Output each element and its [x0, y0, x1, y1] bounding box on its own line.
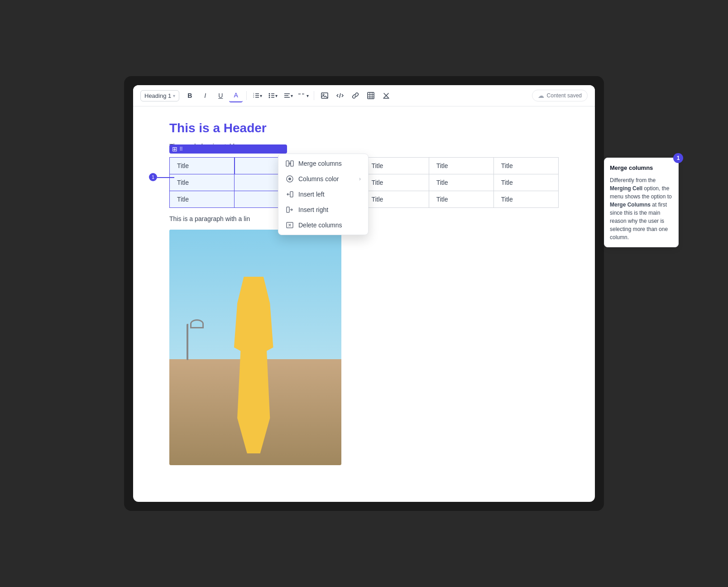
menu-item-columns-color-label: Columns color — [298, 175, 339, 183]
table-button[interactable] — [364, 89, 378, 102]
columns-color-icon — [286, 175, 294, 183]
svg-point-7 — [268, 95, 270, 96]
annotation-badge: 1 — [673, 153, 683, 163]
table-cell[interactable]: Title — [170, 191, 235, 208]
menu-item-insert-right-label: Insert right — [298, 206, 328, 213]
svg-point-28 — [288, 178, 291, 180]
svg-rect-26 — [291, 161, 293, 166]
list-ordered-button[interactable]: 1. 2. 3. ▾ — [250, 89, 264, 102]
menu-item-delete-columns-label: Delete columns — [298, 221, 342, 229]
annotation-text: Differently from the Merging Cell option… — [610, 176, 673, 241]
divider-2 — [314, 91, 314, 100]
divider-1 — [246, 91, 247, 100]
content-saved-indicator: ☁ Content saved — [532, 90, 588, 101]
editor-window: Heading 1 ▾ B I U A 1. 2. 3. ▾ — [133, 85, 595, 502]
image-button[interactable] — [318, 89, 331, 102]
underline-button[interactable]: U — [214, 89, 227, 102]
menu-item-insert-left[interactable]: Insert left — [280, 187, 366, 202]
menu-item-columns-color[interactable]: Columns color › — [280, 171, 366, 187]
merge-columns-icon — [286, 159, 294, 168]
table-container: ⊞ ⠿ ↗ 1 Title Title Title — [169, 157, 559, 208]
insert-right-icon — [286, 206, 294, 214]
list-chevron-icon: ▾ — [275, 93, 278, 98]
table-cell[interactable]: Title — [493, 174, 558, 191]
submenu-arrow-icon: › — [359, 176, 361, 182]
editor-image — [169, 230, 341, 465]
svg-rect-25 — [286, 161, 289, 166]
clear-button[interactable] — [379, 89, 393, 102]
svg-point-18 — [323, 94, 324, 96]
code-button[interactable] — [333, 89, 347, 102]
svg-rect-20 — [368, 92, 374, 99]
editor-header: This is a Header — [169, 121, 559, 135]
menu-item-insert-right[interactable]: Insert right — [280, 202, 366, 217]
menu-item-merge-columns[interactable]: Merge columns — [280, 156, 366, 171]
svg-text:3.: 3. — [253, 96, 254, 98]
heading-select[interactable]: Heading 1 ▾ — [140, 90, 179, 101]
svg-rect-30 — [287, 207, 289, 212]
table-cell[interactable]: Title — [429, 174, 493, 191]
link-button[interactable] — [349, 89, 362, 102]
column-indicator-badge: 1 — [149, 173, 157, 181]
menu-item-merge-columns-label: Merge columns — [298, 160, 342, 167]
cloud-icon: ☁ — [538, 92, 544, 99]
table-cell[interactable]: Title — [493, 158, 558, 174]
annotation-title: Merge columns — [610, 164, 673, 173]
toolbar: Heading 1 ▾ B I U A 1. 2. 3. ▾ — [133, 85, 595, 106]
table-cell[interactable]: Title — [364, 158, 429, 174]
column-indicator-line — [157, 177, 174, 178]
svg-line-19 — [340, 93, 340, 98]
italic-button[interactable]: I — [198, 89, 212, 102]
align-button[interactable]: ▾ — [281, 89, 295, 102]
outer-container: Heading 1 ▾ B I U A 1. 2. 3. ▾ — [124, 76, 604, 511]
color-button[interactable]: A — [229, 89, 243, 102]
delete-columns-icon — [286, 221, 294, 229]
insert-left-icon — [286, 190, 294, 198]
col-handle-label: ⠿ — [179, 146, 183, 152]
chevron-down-icon: ▾ — [173, 93, 175, 98]
list-unordered-button[interactable]: ▾ — [266, 89, 279, 102]
table-cell[interactable]: Title — [493, 191, 558, 208]
bold-button[interactable]: B — [183, 89, 196, 102]
editor-content: This is a Header The one below is a tabl… — [133, 106, 595, 480]
table-cell[interactable]: Title — [429, 191, 493, 208]
menu-item-insert-left-label: Insert left — [298, 191, 325, 198]
quote-button[interactable]: " " ▾ — [297, 89, 310, 102]
column-handle[interactable]: ⊞ ⠿ — [169, 144, 287, 154]
column-handle-icon: ⊞ — [172, 145, 177, 153]
svg-point-6 — [268, 93, 270, 95]
table-cell[interactable]: Title — [429, 158, 493, 174]
svg-text:": " — [298, 92, 301, 99]
context-menu: Merge columns Columns color › — [278, 154, 369, 235]
svg-point-8 — [268, 97, 270, 98]
table-cell[interactable]: Title — [364, 191, 429, 208]
sidebar-annotation: 1 Merge columns Differently from the Mer… — [604, 158, 679, 247]
table-cell[interactable]: Title — [364, 174, 429, 191]
menu-item-delete-columns[interactable]: Delete columns — [280, 217, 366, 233]
content-saved-label: Content saved — [547, 92, 582, 99]
annotation-card: Merge columns Differently from the Mergi… — [604, 158, 679, 247]
table-cell[interactable]: Title — [170, 174, 235, 191]
table-cell[interactable]: Title — [170, 158, 235, 174]
quote-chevron-icon: ▾ — [307, 93, 309, 98]
svg-rect-29 — [290, 192, 293, 197]
chevron-icon: ▾ — [260, 93, 262, 98]
align-chevron-icon: ▾ — [291, 93, 293, 98]
svg-text:": " — [302, 92, 304, 99]
heading-select-label: Heading 1 — [144, 92, 171, 99]
